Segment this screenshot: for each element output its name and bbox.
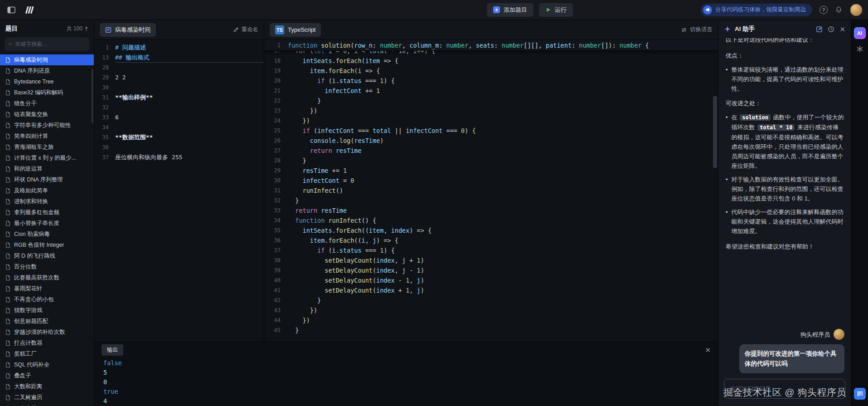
sidebar-item[interactable]: Bytedance Tree bbox=[0, 76, 94, 87]
code-line[interactable]: 42 } bbox=[264, 295, 718, 305]
code-line[interactable]: 21 infectCont += 1 bbox=[264, 86, 718, 96]
code-line[interactable]: 28 } bbox=[264, 156, 718, 166]
sidebar-item[interactable]: 二叉树遍历 bbox=[0, 392, 94, 403]
language-tab[interactable]: TS TypeScript bbox=[270, 23, 321, 37]
sidebar-item[interactable]: 最小替换子串长度 bbox=[0, 218, 94, 229]
sticky-line[interactable]: 1function solution(row_n: number, column… bbox=[264, 40, 718, 51]
sidebar-scrollbar[interactable] bbox=[92, 69, 93, 123]
sidebar-item[interactable]: Base32 编码和解码 bbox=[0, 87, 94, 98]
sidebar-item[interactable]: DNA 序列还原 bbox=[0, 65, 94, 76]
sidebar-item[interactable]: 字符串有多少种可能性 bbox=[0, 120, 94, 131]
code-line[interactable]: 38 setDelayCount(index, j + 1) bbox=[264, 255, 718, 265]
user-avatar[interactable] bbox=[850, 4, 863, 16]
sidebar-item[interactable]: 简单四则计算 bbox=[0, 131, 94, 142]
sidebar-item[interactable]: 叠盘子 bbox=[0, 370, 94, 381]
md-line[interactable]: 32 bbox=[94, 103, 264, 113]
md-line[interactable]: 37座位横向和纵向最多 255 bbox=[94, 152, 264, 162]
sidebar-item[interactable]: 及格如此简单 bbox=[0, 185, 94, 196]
sidebar-item[interactable]: 拿到最多红包金额 bbox=[0, 207, 94, 218]
sidebar-toggle-icon[interactable] bbox=[7, 6, 15, 14]
editor-scrollbar[interactable] bbox=[713, 96, 717, 168]
run-button[interactable]: 运行 bbox=[539, 3, 573, 17]
problem-tab[interactable]: 病毒感染时间 bbox=[100, 23, 156, 37]
md-line[interactable]: 35**数据范围** bbox=[94, 132, 264, 142]
code-line[interactable]: 30 infectCont = 0 bbox=[264, 176, 718, 186]
rename-button[interactable]: 重命名 bbox=[233, 26, 259, 34]
history-icon[interactable] bbox=[828, 26, 834, 33]
code-line[interactable]: 20 if (i.status === 1) { bbox=[264, 76, 718, 86]
sidebar-item[interactable]: 猜数字游戏 bbox=[0, 305, 94, 316]
sidebar-item[interactable]: 暴雨梨花针 bbox=[0, 283, 94, 294]
sidebar-item[interactable]: 环状 DNA 序列整理 bbox=[0, 174, 94, 185]
sidebar-item[interactable]: 比赛最高获胜次数 bbox=[0, 272, 94, 283]
md-line[interactable]: 31**输出样例** bbox=[94, 93, 264, 103]
code-line[interactable]: 34 function runInfect() { bbox=[264, 215, 718, 225]
sidebar-item[interactable]: 二分查找 bbox=[0, 403, 94, 406]
close-ai-icon[interactable]: ✕ bbox=[839, 26, 845, 33]
sidebar-item[interactable]: 蛋糕工厂 bbox=[0, 348, 94, 359]
sidebar-item[interactable]: 不再贪心的小包 bbox=[0, 294, 94, 305]
problem-count[interactable]: 共 100 bbox=[67, 25, 88, 33]
sidebar-item[interactable]: 计算位置 x 到 y 的最少... bbox=[0, 152, 94, 163]
sidebar-item[interactable]: 穿越沙漠的补给次数 bbox=[0, 327, 94, 338]
code-line[interactable]: 40 setDelayCount(index - 1, j) bbox=[264, 275, 718, 285]
code-line[interactable]: 22 } bbox=[264, 96, 718, 106]
ai-input-box[interactable] bbox=[724, 379, 845, 399]
sidebar-item[interactable]: 青海湖租车之旅 bbox=[0, 142, 94, 152]
add-problem-button[interactable]: + 添加题目 bbox=[487, 3, 533, 17]
ai-assistant-icon[interactable]: AI bbox=[854, 27, 866, 39]
code-line[interactable]: 31 runInfect() bbox=[264, 186, 718, 196]
search-box[interactable] bbox=[5, 37, 89, 51]
sidebar-item[interactable]: 和的逆运算 bbox=[0, 163, 94, 174]
code-line[interactable]: 45 } bbox=[264, 325, 718, 335]
output-tab[interactable]: 输出 bbox=[102, 344, 123, 356]
app-logo[interactable] bbox=[24, 5, 36, 15]
sidebar-item[interactable]: 百分位数 bbox=[0, 261, 94, 272]
sidebar-item[interactable]: RGB 色值转 Integer bbox=[0, 240, 94, 250]
sidebar-item[interactable]: Cion 勒索病毒 bbox=[0, 229, 94, 240]
code-line[interactable]: 36 item.forEach((i, j) => { bbox=[264, 235, 718, 245]
code-line[interactable]: 44 }) bbox=[264, 315, 718, 325]
close-output-icon[interactable]: ✕ bbox=[705, 347, 711, 353]
chat-user-avatar[interactable] bbox=[834, 329, 844, 340]
sidebar-item[interactable]: 病毒感染时间 bbox=[0, 54, 94, 65]
code-line[interactable]: 35 intSeats.forEach((item, index) => { bbox=[264, 225, 718, 235]
sidebar-item[interactable]: SQL 代码补全 bbox=[0, 359, 94, 370]
code-line[interactable]: 23 }) bbox=[264, 106, 718, 116]
code-line[interactable]: 26 console.log(resTime) bbox=[264, 136, 718, 146]
md-line[interactable]: 34 bbox=[94, 122, 264, 132]
sidebar-item[interactable]: 大数和距离 bbox=[0, 381, 94, 392]
code-line[interactable]: 19 item.forEach(i => { bbox=[264, 66, 718, 76]
code-line[interactable]: 27 return resTime bbox=[264, 146, 718, 156]
feedback-chat-icon[interactable] bbox=[854, 388, 866, 400]
problem-editor[interactable]: 1# 问题描述13## 输出格式28292 23031**输出样例**32336… bbox=[94, 40, 264, 162]
md-line[interactable]: 36 bbox=[94, 142, 264, 152]
search-input[interactable] bbox=[15, 41, 85, 47]
switch-language-button[interactable]: 切换语言 bbox=[681, 26, 713, 34]
code-line[interactable]: 41 setDelayCount(index + 1, j) bbox=[264, 285, 718, 295]
code-line[interactable]: 25 if (infectCont === total || infectCon… bbox=[264, 126, 718, 136]
code-line[interactable]: 32 } bbox=[264, 196, 718, 205]
code-line[interactable]: 43 }) bbox=[264, 305, 718, 315]
bell-icon[interactable] bbox=[835, 6, 843, 14]
code-line[interactable]: 18 intSeats.forEach(item => { bbox=[264, 56, 718, 66]
code-line[interactable]: 37 if (i.status === 1) { bbox=[264, 245, 718, 255]
md-line[interactable]: 13## 输出格式 bbox=[94, 53, 264, 63]
md-line[interactable]: 30 bbox=[94, 83, 264, 93]
sidebar-item[interactable]: 链表聚集交换 bbox=[0, 109, 94, 120]
md-line[interactable]: 292 2 bbox=[94, 73, 264, 83]
md-line[interactable]: 1# 问题描述 bbox=[94, 43, 264, 53]
sidebar-item[interactable]: 创意标题匹配 bbox=[0, 316, 94, 327]
md-line[interactable]: 336 bbox=[94, 113, 264, 122]
code-line[interactable]: 29 resTime += 1 bbox=[264, 166, 718, 176]
code-line[interactable]: 24 }) bbox=[264, 116, 718, 126]
md-line[interactable]: 28 bbox=[94, 63, 264, 73]
help-icon[interactable]: ? bbox=[820, 6, 828, 14]
sidebar-item[interactable]: 猫鱼分干 bbox=[0, 98, 94, 109]
sidebar-item[interactable]: 进制求和转换 bbox=[0, 196, 94, 207]
promo-banner[interactable]: 分享代码练习体验，领限量定制周边 bbox=[701, 4, 812, 16]
plugin-asterisk-icon[interactable] bbox=[856, 45, 863, 53]
sidebar-item[interactable]: 阿 D 的飞行路线 bbox=[0, 250, 94, 261]
open-in-editor-icon[interactable] bbox=[816, 26, 823, 33]
code-line[interactable]: 39 setDelayCount(index, j - 1) bbox=[264, 265, 718, 275]
